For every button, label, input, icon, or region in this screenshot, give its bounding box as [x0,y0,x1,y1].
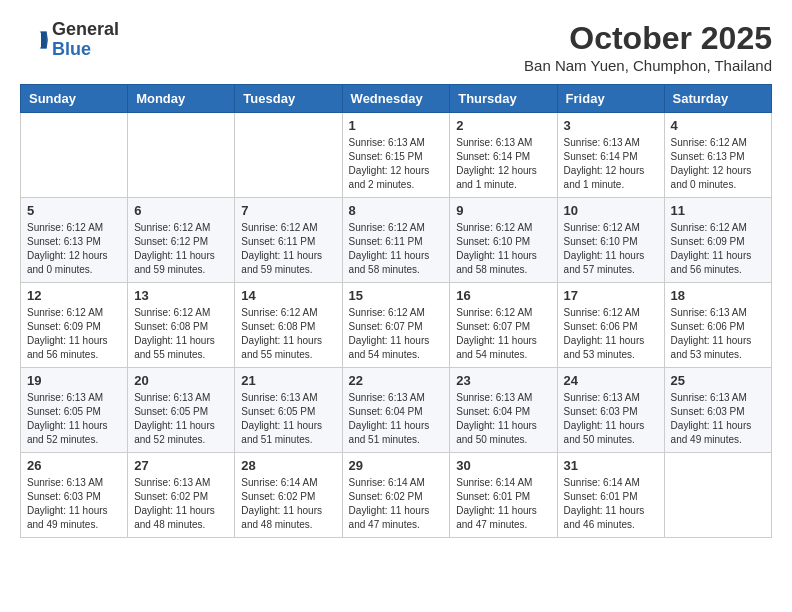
column-header-saturday: Saturday [664,85,771,113]
calendar-cell: 14Sunrise: 6:12 AM Sunset: 6:08 PM Dayli… [235,283,342,368]
calendar-cell: 28Sunrise: 6:14 AM Sunset: 6:02 PM Dayli… [235,453,342,538]
column-header-thursday: Thursday [450,85,557,113]
day-info: Sunrise: 6:14 AM Sunset: 6:02 PM Dayligh… [241,476,335,532]
column-header-monday: Monday [128,85,235,113]
day-info: Sunrise: 6:12 AM Sunset: 6:08 PM Dayligh… [134,306,228,362]
day-info: Sunrise: 6:12 AM Sunset: 6:09 PM Dayligh… [671,221,765,277]
day-number: 16 [456,288,550,303]
column-header-wednesday: Wednesday [342,85,450,113]
calendar-cell: 11Sunrise: 6:12 AM Sunset: 6:09 PM Dayli… [664,198,771,283]
day-number: 5 [27,203,121,218]
calendar-cell: 26Sunrise: 6:13 AM Sunset: 6:03 PM Dayli… [21,453,128,538]
day-info: Sunrise: 6:13 AM Sunset: 6:14 PM Dayligh… [456,136,550,192]
day-number: 28 [241,458,335,473]
calendar-cell: 19Sunrise: 6:13 AM Sunset: 6:05 PM Dayli… [21,368,128,453]
calendar-cell: 5Sunrise: 6:12 AM Sunset: 6:13 PM Daylig… [21,198,128,283]
calendar-cell: 29Sunrise: 6:14 AM Sunset: 6:02 PM Dayli… [342,453,450,538]
calendar-cell [235,113,342,198]
calendar-cell: 30Sunrise: 6:14 AM Sunset: 6:01 PM Dayli… [450,453,557,538]
day-number: 12 [27,288,121,303]
day-number: 18 [671,288,765,303]
column-header-tuesday: Tuesday [235,85,342,113]
calendar-cell: 2Sunrise: 6:13 AM Sunset: 6:14 PM Daylig… [450,113,557,198]
day-number: 9 [456,203,550,218]
day-number: 26 [27,458,121,473]
day-number: 8 [349,203,444,218]
day-number: 2 [456,118,550,133]
day-number: 22 [349,373,444,388]
day-number: 14 [241,288,335,303]
day-number: 13 [134,288,228,303]
calendar-cell: 7Sunrise: 6:12 AM Sunset: 6:11 PM Daylig… [235,198,342,283]
day-info: Sunrise: 6:12 AM Sunset: 6:13 PM Dayligh… [671,136,765,192]
calendar-header-row: SundayMondayTuesdayWednesdayThursdayFrid… [21,85,772,113]
day-info: Sunrise: 6:13 AM Sunset: 6:04 PM Dayligh… [456,391,550,447]
calendar-table: SundayMondayTuesdayWednesdayThursdayFrid… [20,84,772,538]
calendar-cell: 18Sunrise: 6:13 AM Sunset: 6:06 PM Dayli… [664,283,771,368]
calendar-cell: 31Sunrise: 6:14 AM Sunset: 6:01 PM Dayli… [557,453,664,538]
day-number: 30 [456,458,550,473]
day-info: Sunrise: 6:14 AM Sunset: 6:01 PM Dayligh… [564,476,658,532]
calendar-week-3: 12Sunrise: 6:12 AM Sunset: 6:09 PM Dayli… [21,283,772,368]
day-info: Sunrise: 6:13 AM Sunset: 6:05 PM Dayligh… [241,391,335,447]
day-number: 31 [564,458,658,473]
day-info: Sunrise: 6:13 AM Sunset: 6:04 PM Dayligh… [349,391,444,447]
day-number: 27 [134,458,228,473]
day-info: Sunrise: 6:13 AM Sunset: 6:05 PM Dayligh… [134,391,228,447]
column-header-friday: Friday [557,85,664,113]
logo: General Blue [20,20,119,60]
day-info: Sunrise: 6:12 AM Sunset: 6:12 PM Dayligh… [134,221,228,277]
day-info: Sunrise: 6:12 AM Sunset: 6:07 PM Dayligh… [349,306,444,362]
calendar-week-5: 26Sunrise: 6:13 AM Sunset: 6:03 PM Dayli… [21,453,772,538]
calendar-cell: 8Sunrise: 6:12 AM Sunset: 6:11 PM Daylig… [342,198,450,283]
day-info: Sunrise: 6:12 AM Sunset: 6:09 PM Dayligh… [27,306,121,362]
day-number: 21 [241,373,335,388]
day-number: 4 [671,118,765,133]
day-number: 3 [564,118,658,133]
logo-icon [20,26,48,54]
day-number: 29 [349,458,444,473]
logo-text: General Blue [52,20,119,60]
day-number: 15 [349,288,444,303]
calendar-cell: 22Sunrise: 6:13 AM Sunset: 6:04 PM Dayli… [342,368,450,453]
day-info: Sunrise: 6:12 AM Sunset: 6:11 PM Dayligh… [349,221,444,277]
day-number: 11 [671,203,765,218]
calendar-cell: 16Sunrise: 6:12 AM Sunset: 6:07 PM Dayli… [450,283,557,368]
day-info: Sunrise: 6:13 AM Sunset: 6:06 PM Dayligh… [671,306,765,362]
calendar-cell: 27Sunrise: 6:13 AM Sunset: 6:02 PM Dayli… [128,453,235,538]
day-number: 19 [27,373,121,388]
calendar-cell: 24Sunrise: 6:13 AM Sunset: 6:03 PM Dayli… [557,368,664,453]
calendar-cell: 3Sunrise: 6:13 AM Sunset: 6:14 PM Daylig… [557,113,664,198]
day-info: Sunrise: 6:14 AM Sunset: 6:02 PM Dayligh… [349,476,444,532]
calendar-cell: 21Sunrise: 6:13 AM Sunset: 6:05 PM Dayli… [235,368,342,453]
calendar-cell: 4Sunrise: 6:12 AM Sunset: 6:13 PM Daylig… [664,113,771,198]
calendar-cell: 12Sunrise: 6:12 AM Sunset: 6:09 PM Dayli… [21,283,128,368]
calendar-cell: 25Sunrise: 6:13 AM Sunset: 6:03 PM Dayli… [664,368,771,453]
calendar-week-2: 5Sunrise: 6:12 AM Sunset: 6:13 PM Daylig… [21,198,772,283]
calendar-cell [664,453,771,538]
calendar-cell: 23Sunrise: 6:13 AM Sunset: 6:04 PM Dayli… [450,368,557,453]
day-info: Sunrise: 6:13 AM Sunset: 6:03 PM Dayligh… [27,476,121,532]
calendar-week-4: 19Sunrise: 6:13 AM Sunset: 6:05 PM Dayli… [21,368,772,453]
calendar-cell: 1Sunrise: 6:13 AM Sunset: 6:15 PM Daylig… [342,113,450,198]
day-number: 10 [564,203,658,218]
day-info: Sunrise: 6:12 AM Sunset: 6:08 PM Dayligh… [241,306,335,362]
day-info: Sunrise: 6:12 AM Sunset: 6:11 PM Dayligh… [241,221,335,277]
day-number: 6 [134,203,228,218]
day-info: Sunrise: 6:13 AM Sunset: 6:03 PM Dayligh… [671,391,765,447]
day-info: Sunrise: 6:13 AM Sunset: 6:14 PM Dayligh… [564,136,658,192]
day-number: 1 [349,118,444,133]
calendar-cell: 13Sunrise: 6:12 AM Sunset: 6:08 PM Dayli… [128,283,235,368]
day-number: 24 [564,373,658,388]
day-info: Sunrise: 6:13 AM Sunset: 6:15 PM Dayligh… [349,136,444,192]
day-info: Sunrise: 6:12 AM Sunset: 6:10 PM Dayligh… [564,221,658,277]
day-number: 17 [564,288,658,303]
day-info: Sunrise: 6:13 AM Sunset: 6:03 PM Dayligh… [564,391,658,447]
day-number: 25 [671,373,765,388]
page-header: General Blue October 2025 Ban Nam Yuen, … [20,20,772,74]
calendar-cell: 20Sunrise: 6:13 AM Sunset: 6:05 PM Dayli… [128,368,235,453]
calendar-week-1: 1Sunrise: 6:13 AM Sunset: 6:15 PM Daylig… [21,113,772,198]
month-title: October 2025 [524,20,772,57]
day-info: Sunrise: 6:12 AM Sunset: 6:07 PM Dayligh… [456,306,550,362]
day-number: 23 [456,373,550,388]
